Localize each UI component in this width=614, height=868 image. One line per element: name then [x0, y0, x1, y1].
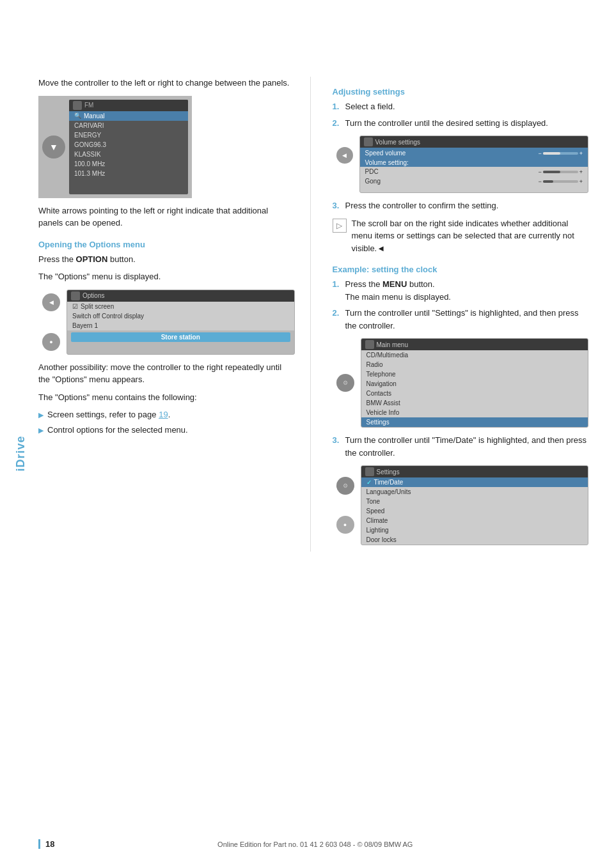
mm-header-label: Main menu	[377, 341, 408, 348]
fm-row-101mhz: 101.3 MHz	[69, 169, 188, 178]
sidebar-label: iDrive	[12, 102, 29, 804]
step-num-2: 2.	[333, 117, 342, 130]
options-ctrl-bottom: ●	[42, 333, 60, 351]
vol-ctrl-btn: ◀	[336, 147, 353, 164]
fm-screen-header: FM	[69, 100, 188, 111]
sett-header-label: Settings	[377, 469, 400, 476]
vol-pdc-label: PDC	[365, 168, 379, 175]
mm-row-navigation: Navigation	[361, 379, 588, 389]
vol-gong-row: Gong − +	[360, 176, 588, 186]
main-menu-screen: Main menu CD/Multimedia Radio Telephone …	[361, 338, 589, 428]
fm-manual-label: Manual	[84, 112, 105, 120]
another-possibility: Another possibility: move the controller…	[38, 361, 295, 386]
vol-gong-bar-wrap: − +	[538, 178, 583, 185]
vol-header: Volume settings	[360, 136, 588, 148]
options-bullet-list: ▶ Screen settings, refer to page 19. ▶ C…	[38, 408, 295, 436]
options-para1-text: Press the	[38, 254, 76, 264]
fm-row-carivari: CARIVARI	[69, 121, 188, 130]
bullet-arrow-2: ▶	[38, 425, 43, 436]
sett-ctrl-knob: ●	[336, 516, 354, 534]
options-para1-end: button.	[110, 254, 136, 264]
footer-copyright: Online Edition for Part no. 01 41 2 603 …	[217, 841, 413, 848]
adjust-step-2: 2. Turn the controller until the desired…	[333, 117, 589, 130]
fm-controller-knob: ▼	[42, 136, 65, 159]
options-para2: The "Options" menu is displayed.	[38, 270, 295, 283]
options-screen-header: Options	[67, 290, 294, 302]
mm-controller: ⚙	[333, 374, 358, 392]
settings-screen-wrap: ⚙ ● Settings ✓ Time/Date Language/Units …	[333, 465, 589, 545]
fm-row-gong: GONG96.3	[69, 140, 188, 150]
vol-gong-bar	[543, 180, 578, 183]
vol-speed-label: Speed volume	[365, 150, 406, 157]
vol-speed-bar-wrap: − +	[538, 150, 583, 157]
sett-row-speed: Speed	[361, 506, 588, 516]
vol-gong-label: Gong	[365, 178, 381, 185]
volume-screen-wrap: ◀ Volume settings Speed volume −	[333, 136, 589, 193]
right-column: Adjusting settings 1. Select a field. 2.…	[330, 77, 589, 552]
link-19[interactable]: 19	[159, 410, 168, 419]
sett-controller: ⚙ ●	[333, 477, 358, 534]
sett-ctrl-gear: ⚙	[336, 477, 354, 495]
mm-row-bmwassist: BMW Assist	[361, 398, 588, 408]
ex-step-num-3: 3.	[333, 434, 342, 459]
scroll-indicator-box: ▷ The scroll bar on the right side indic…	[333, 217, 589, 255]
example-heading: Example: setting the clock	[333, 265, 589, 274]
sett-header: Settings	[361, 466, 588, 477]
scroll-indicator-icon: ▷	[333, 219, 347, 233]
fm-row-klassik: KLASSIK	[69, 150, 188, 159]
options-controller: ◀ ●	[38, 293, 64, 351]
sett-row-tone: Tone	[361, 497, 588, 506]
ex-step-text-1: Press the MENU button.The main menu is d…	[345, 278, 451, 303]
sett-timedate-label: Time/Date	[374, 479, 404, 486]
adjust-step-1: 1. Select a field.	[333, 100, 589, 113]
options-ctrl-top: ◀	[42, 293, 60, 311]
fm-header-label: FM	[84, 102, 93, 109]
mm-row-vehicleinfo: Vehicle Info	[361, 408, 588, 417]
fm-screen-inner: FM 🔍 Manual CARIVARI ENERGY GONG96.3 KLA…	[69, 100, 188, 194]
step-num-1: 1.	[333, 100, 342, 113]
options-header-label: Options	[83, 292, 104, 299]
main-menu-screen-wrap: ⚙ Main menu CD/Multimedia Radio Telephon…	[333, 338, 589, 428]
vol-setting-label: Volume setting:	[365, 159, 409, 166]
sett-row-doorlocks: Door locks	[361, 535, 588, 545]
sett-row-timedate-active: ✓ Time/Date	[361, 477, 588, 487]
vol-pdc-bar-fill	[543, 171, 561, 173]
mm-row-telephone: Telephone	[361, 369, 588, 379]
vol-gong-bar-fill	[543, 180, 554, 183]
left-column: Move the controller to the left or right…	[38, 77, 311, 552]
vol-pdc-bar	[543, 171, 578, 173]
fm-screen-image: ▼ FM 🔍 Manual CARIVARI ENERGY	[38, 96, 192, 198]
footer-left: 18	[38, 839, 54, 849]
step-text-1: Select a field.	[345, 100, 395, 113]
vol-speed-bar-fill	[543, 152, 561, 155]
sett-row-climate: Climate	[361, 516, 588, 525]
ex-step-text-3: Turn the controller until "Time/Date" is…	[345, 434, 589, 459]
vol-speed-bar	[543, 152, 578, 155]
example-steps-list: 1. Press the MENU button.The main menu i…	[333, 278, 589, 332]
options-para1: Press the OPTION button.	[38, 253, 295, 266]
options-screen: Options ☑ Split screen Switch off Contro…	[67, 290, 295, 355]
sett-row-language: Language/Units	[361, 487, 588, 497]
intro-text: Move the controller to the left or right…	[38, 77, 295, 89]
example-step-1: 1. Press the MENU button.The main menu i…	[333, 278, 589, 303]
mm-row-cdmm: CD/Multimedia	[361, 350, 588, 360]
footer: 18 Online Edition for Part no. 01 41 2 6…	[0, 839, 614, 849]
example-step-2: 2. Turn the controller until "Settings" …	[333, 307, 589, 332]
adjust-step-3: 3. Press the controller to confirm the s…	[333, 199, 589, 212]
step-text-2: Turn the controller until the desired se…	[345, 117, 548, 130]
sett-row-lighting: Lighting	[361, 525, 588, 535]
white-arrows-text: White arrows pointing to the left or rig…	[38, 205, 295, 229]
opt-row-split: ☑ Split screen	[67, 302, 294, 311]
vol-speed-row: Speed volume − +	[360, 148, 588, 159]
vol-pdc-bar-wrap: − +	[538, 169, 583, 175]
opt-row-switchoff: Switch off Control display	[67, 311, 294, 321]
ex-step-num-1: 1.	[333, 278, 342, 303]
mm-row-settings-active: Settings	[361, 417, 588, 427]
vol-controller: ◀	[333, 136, 357, 164]
vol-setting-label-row: Volume setting:	[360, 159, 588, 167]
example-step-3: 3. Turn the controller until "Time/Date"…	[333, 434, 589, 459]
vol-spacer	[360, 186, 588, 192]
adjusting-heading: Adjusting settings	[333, 87, 589, 97]
opt-spacer	[67, 344, 294, 354]
adjusting-steps-list: 1. Select a field. 2. Turn the controlle…	[333, 100, 589, 129]
